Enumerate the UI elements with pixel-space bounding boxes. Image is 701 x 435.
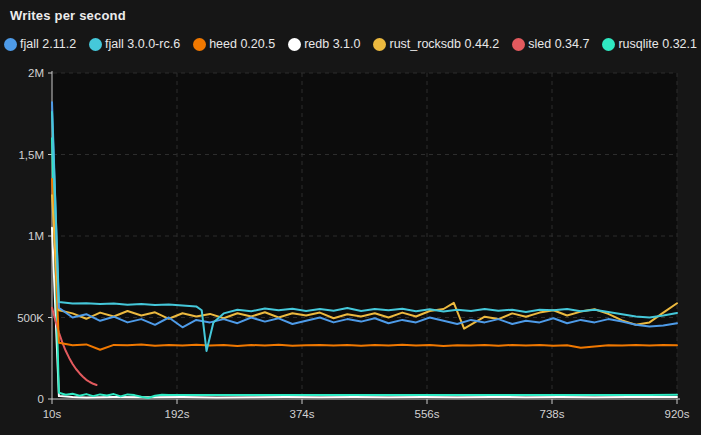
y-tick-label: 1,5M: [18, 149, 44, 161]
legend-item-rust-rocksdb[interactable]: rust_rocksdb 0.44.2: [373, 36, 499, 52]
legend-item-fjall-3-0-0-rc-6[interactable]: fjall 3.0.0-rc.6: [89, 36, 180, 52]
y-tick-label: 2M: [28, 67, 44, 79]
series-color-dot: [602, 38, 615, 51]
y-tick-label: 0: [38, 393, 44, 405]
chart-area: 0500K1M1,5M2M10s192s374s556s738s920s: [0, 57, 701, 435]
legend-item-label: sled 0.34.7: [528, 36, 589, 52]
x-tick-label: 920s: [665, 408, 690, 420]
legend-item-rusqlite[interactable]: rusqlite 0.32.1: [602, 36, 697, 52]
series-color-dot: [288, 38, 301, 51]
legend-item-label: redb 3.1.0: [304, 36, 360, 52]
y-tick-label: 1M: [28, 230, 44, 242]
series-color-dot: [193, 38, 206, 51]
x-tick-label: 556s: [415, 408, 440, 420]
legend-item-label: heed 0.20.5: [209, 36, 275, 52]
legend-item-label: rust_rocksdb 0.44.2: [389, 36, 499, 52]
y-tick-label: 500K: [17, 312, 44, 324]
series-color-dot: [373, 38, 386, 51]
legend-item-label: fjall 3.0.0-rc.6: [105, 36, 180, 52]
series-color-dot: [512, 38, 525, 51]
legend-item-sled[interactable]: sled 0.34.7: [512, 36, 589, 52]
chart-legend: fjall 2.11.2 fjall 3.0.0-rc.6 heed 0.20.…: [0, 36, 701, 52]
x-tick-label: 738s: [540, 408, 565, 420]
legend-item-label: rusqlite 0.32.1: [618, 36, 697, 52]
series-color-dot: [89, 38, 102, 51]
x-tick-label: 374s: [290, 408, 315, 420]
chart-canvas: 0500K1M1,5M2M10s192s374s556s738s920s: [0, 57, 701, 432]
series-color-dot: [4, 38, 17, 51]
writes-per-second-panel: Writes per second fjall 2.11.2 fjall 3.0…: [0, 0, 701, 435]
x-tick-label: 192s: [165, 408, 190, 420]
legend-item-heed[interactable]: heed 0.20.5: [193, 36, 275, 52]
legend-item-redb[interactable]: redb 3.1.0: [288, 36, 360, 52]
x-tick-label: 10s: [43, 408, 62, 420]
legend-item-fjall-2-11-2[interactable]: fjall 2.11.2: [4, 36, 76, 52]
legend-item-label: fjall 2.11.2: [20, 36, 76, 52]
page-title: Writes per second: [0, 0, 701, 23]
